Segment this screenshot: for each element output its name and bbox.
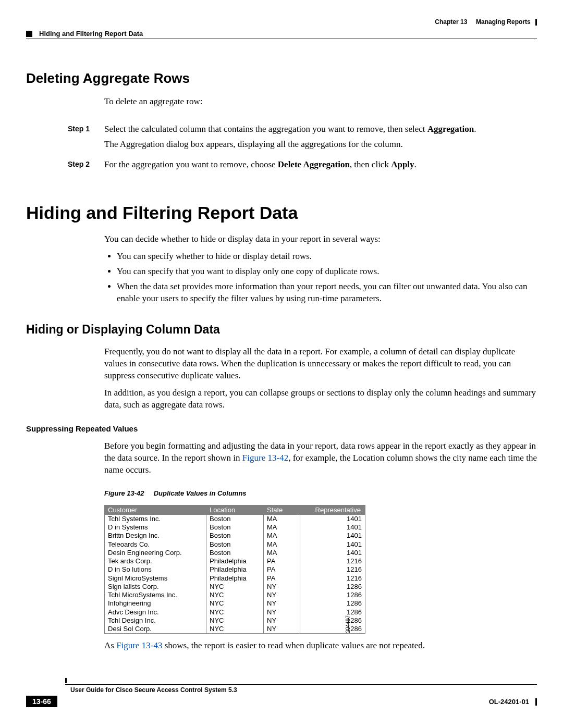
col-header: Location bbox=[206, 505, 264, 514]
list-item: You can specify that you want to display… bbox=[117, 266, 537, 278]
table-cell: 1286 bbox=[300, 616, 365, 625]
table-row: InfohgineeringNYCNY1286 bbox=[105, 599, 365, 608]
table-cell: Teleoards Co. bbox=[105, 540, 206, 549]
table-cell: 1286 bbox=[300, 599, 365, 608]
table-cell: MA bbox=[264, 540, 300, 549]
page-footer: User Guide for Cisco Secure Access Contr… bbox=[26, 686, 537, 707]
table-cell: PA bbox=[264, 574, 300, 583]
table-header-row: Customer Location State Representative bbox=[105, 505, 365, 514]
table-cell: Tek ards Corp. bbox=[105, 557, 206, 565]
table-cell: NYC bbox=[206, 625, 264, 634]
table-cell: 1286 bbox=[300, 583, 365, 591]
table-row: Desi Sol Corp.NYCNY1286 bbox=[105, 625, 365, 634]
doc-id: OL-24201-01 bbox=[489, 698, 529, 706]
table-cell: 1216 bbox=[300, 557, 365, 565]
table-cell: MA bbox=[264, 532, 300, 540]
list-item: When the data set provides more informat… bbox=[117, 281, 537, 305]
table-cell: PA bbox=[264, 565, 300, 574]
table-cell: NYC bbox=[206, 583, 264, 591]
col-header: Representative bbox=[300, 505, 365, 514]
col-header: State bbox=[264, 505, 300, 514]
chapter-title: Managing Reports bbox=[476, 18, 531, 26]
section4-body: Before you begin formatting and adjustin… bbox=[104, 440, 537, 476]
table-cell: Boston bbox=[206, 540, 264, 549]
page-number: 13-66 bbox=[26, 696, 57, 707]
figure-link[interactable]: Figure 13-43 bbox=[116, 640, 162, 650]
table-cell: Brittn Design Inc. bbox=[105, 532, 206, 540]
table-cell: 1401 bbox=[300, 532, 365, 540]
table-cell: 1216 bbox=[300, 565, 365, 574]
table-cell: Infohgineering bbox=[105, 599, 206, 608]
table-cell: 1216 bbox=[300, 574, 365, 583]
running-header-right: Chapter 13 Managing Reports bbox=[435, 18, 537, 26]
table-cell: Tchl MicroSystems Inc. bbox=[105, 591, 206, 599]
header-bar-icon bbox=[535, 19, 537, 26]
after-figure-body: As Figure 13-43 shows, the report is eas… bbox=[104, 640, 537, 652]
table-cell: Boston bbox=[206, 523, 264, 532]
bullet-list: You can specify whether to hide or displ… bbox=[104, 251, 537, 305]
table-cell: NY bbox=[264, 599, 300, 608]
table-row: Teleoards Co.BostonMA1401 bbox=[105, 540, 365, 549]
figure-id-number: 204497 bbox=[345, 615, 351, 633]
table-cell: Boston bbox=[206, 514, 264, 523]
section3-body: Frequently, you do not want to display a… bbox=[104, 346, 537, 411]
list-item: You can specify whether to hide or displ… bbox=[117, 251, 537, 263]
table-cell: Tchl Systems Inc. bbox=[105, 514, 206, 523]
table-row: Brittn Design Inc.BostonMA1401 bbox=[105, 532, 365, 540]
table-cell: Philadelphia bbox=[206, 574, 264, 583]
table-cell: NY bbox=[264, 625, 300, 634]
figure-link[interactable]: Figure 13-42 bbox=[242, 453, 288, 463]
header-square-icon bbox=[26, 31, 32, 37]
table-cell: MA bbox=[264, 514, 300, 523]
table-cell: NY bbox=[264, 608, 300, 616]
data-table: Customer Location State Representative T… bbox=[104, 505, 365, 634]
table-cell: Desin Engineering Corp. bbox=[105, 549, 206, 557]
table-cell: MA bbox=[264, 523, 300, 532]
table-row: Tchl Systems Inc.BostonMA1401 bbox=[105, 514, 365, 523]
heading-hiding-filtering: Hiding and Filtering Report Data bbox=[26, 203, 537, 223]
table-cell: 1401 bbox=[300, 514, 365, 523]
table-cell: NY bbox=[264, 616, 300, 625]
table-row: Tek ards Corp.PhiladelphiaPA1216 bbox=[105, 557, 365, 565]
table-cell: Signl MicroSystems bbox=[105, 574, 206, 583]
table-row: Sign ialists Corp.NYCNY1286 bbox=[105, 583, 365, 591]
table-cell: 1401 bbox=[300, 549, 365, 557]
table-row: Desin Engineering Corp.BostonMA1401 bbox=[105, 549, 365, 557]
table-cell: Boston bbox=[206, 549, 264, 557]
table-cell: NY bbox=[264, 583, 300, 591]
table-cell: PA bbox=[264, 557, 300, 565]
intro-text: To delete an aggregate row: bbox=[104, 96, 537, 108]
table-row: Tchl Design Inc.NYCNY1286 bbox=[105, 616, 365, 625]
table-cell: NYC bbox=[206, 616, 264, 625]
heading-hiding-column: Hiding or Displaying Column Data bbox=[26, 323, 537, 337]
table-cell: NYC bbox=[206, 608, 264, 616]
table-row: Tchl MicroSystems Inc.NYCNY1286 bbox=[105, 591, 365, 599]
table-cell: MA bbox=[264, 549, 300, 557]
header-rule bbox=[26, 39, 537, 39]
step-text: Select the calculated column that contai… bbox=[104, 124, 537, 154]
step-text: For the aggregation you want to remove, … bbox=[104, 159, 537, 174]
table-row: D in So lutionsPhiladelphiaPA1216 bbox=[105, 565, 365, 574]
step-row: Step 1 Select the calculated column that… bbox=[68, 124, 537, 154]
table-row: Advc Design Inc.NYCNY1286 bbox=[105, 608, 365, 616]
step-label: Step 1 bbox=[68, 124, 104, 154]
figure-caption: Figure 13-42 Duplicate Values in Columns bbox=[104, 489, 537, 497]
step-label: Step 2 bbox=[68, 159, 104, 174]
table-row: D in SystemsBostonMA1401 bbox=[105, 523, 365, 532]
table-cell: D in Systems bbox=[105, 523, 206, 532]
breadcrumb-section: Hiding and Filtering Report Data bbox=[39, 30, 143, 38]
table-cell: Tchl Design Inc. bbox=[105, 616, 206, 625]
table-cell: 1401 bbox=[300, 540, 365, 549]
chapter-label: Chapter 13 bbox=[435, 18, 467, 26]
table-cell: NY bbox=[264, 591, 300, 599]
table-cell: D in So lutions bbox=[105, 565, 206, 574]
table-cell: NYC bbox=[206, 591, 264, 599]
table-cell: 1286 bbox=[300, 591, 365, 599]
heading-suppressing: Suppressing Repeated Values bbox=[26, 424, 537, 433]
running-header-left: Hiding and Filtering Report Data bbox=[26, 30, 537, 38]
col-header: Customer bbox=[105, 505, 206, 514]
table-cell: 1286 bbox=[300, 608, 365, 616]
table-cell: Boston bbox=[206, 532, 264, 540]
heading-deleting-aggregate: Deleting Aggregate Rows bbox=[26, 70, 537, 87]
table-cell: Sign ialists Corp. bbox=[105, 583, 206, 591]
